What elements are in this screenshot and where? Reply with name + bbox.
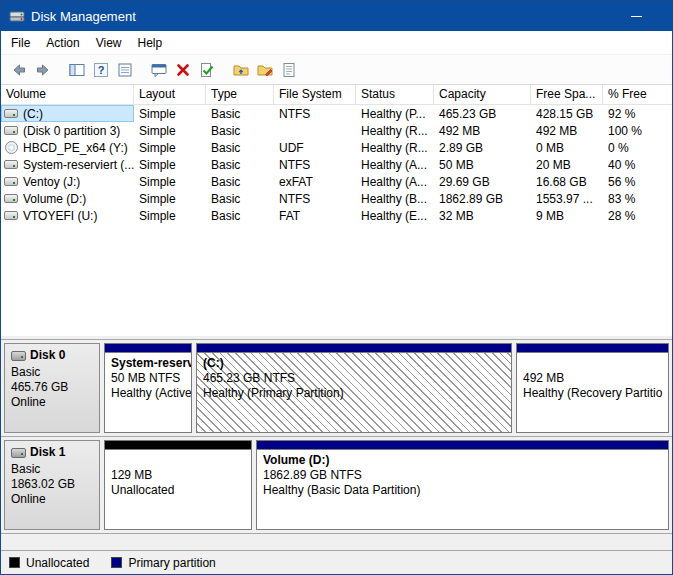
partition-system-reserved[interactable]: System-reserviert 50 MB NTFS Healthy (Ac… (104, 343, 192, 433)
file-system-cell: NTFS (274, 192, 356, 206)
partition-recovery[interactable]: 492 MB Healthy (Recovery Partitio (516, 343, 669, 433)
app-icon (9, 8, 25, 24)
delete-volume-button[interactable] (171, 58, 195, 82)
partition-title: Volume (D:) (263, 453, 662, 468)
disk-1-partitions: 129 MB Unallocated Volume (D:) 1862.89 G… (104, 440, 669, 530)
legend-label: Primary partition (128, 556, 215, 570)
help-button[interactable]: ? (89, 58, 113, 82)
file-system-cell: exFAT (274, 175, 356, 189)
minimize-button[interactable] (614, 1, 658, 31)
partition-size-line: 465.23 GB NTFS (203, 371, 505, 386)
pct-free-cell: 100 % (603, 124, 672, 138)
type-cell: Basic (206, 107, 274, 121)
partition-type-bar (197, 344, 511, 353)
column-header-file-system[interactable]: File System (274, 85, 356, 105)
back-icon (11, 62, 27, 78)
type-cell: Basic (206, 158, 274, 172)
file-system-cell: UDF (274, 141, 356, 155)
partition-d[interactable]: Volume (D:) 1862.89 GB NTFS Healthy (Bas… (256, 440, 669, 530)
type-cell: Basic (206, 141, 274, 155)
partition-type-bar (105, 441, 251, 450)
forward-button[interactable] (31, 58, 55, 82)
mark-partition-active-button[interactable] (195, 58, 219, 82)
layout-cell: Simple (134, 141, 206, 155)
table-row[interactable]: VTOYEFI (U:) Simple Basic FAT Healthy (E… (1, 207, 672, 224)
dialog-icon (151, 62, 167, 78)
drive-icon (4, 124, 19, 137)
change-drive-letter-button[interactable] (229, 58, 253, 82)
partition-title (111, 453, 245, 468)
menu-view[interactable]: View (88, 33, 130, 53)
column-header-status[interactable]: Status (356, 85, 434, 105)
table-row[interactable]: Volume (D:) Simple Basic NTFS Healthy (B… (1, 190, 672, 207)
partition-title: (C:) (203, 356, 505, 371)
capacity-cell: 2.89 GB (434, 141, 531, 155)
properties-icon (281, 62, 297, 78)
column-header-capacity[interactable]: Capacity (434, 85, 531, 105)
table-row[interactable]: Ventoy (J:) Simple Basic exFAT Healthy (… (1, 173, 672, 190)
list-header: Volume Layout Type File System Status Ca… (1, 85, 672, 105)
menu-help[interactable]: Help (130, 33, 171, 53)
disk-icon (11, 448, 26, 458)
pct-free-cell: 0 % (603, 141, 672, 155)
drive-icon (4, 158, 19, 171)
disk-0-header[interactable]: Disk 0 Basic 465.76 GB Online (4, 343, 100, 433)
table-row[interactable]: (Disk 0 partition 3) Simple Basic Health… (1, 122, 672, 139)
disk-name: Disk 1 (30, 445, 65, 460)
capacity-cell: 465.23 GB (434, 107, 531, 121)
volume-cell: Ventoy (J:) (1, 173, 134, 190)
folder-edit-icon (257, 62, 273, 78)
volume-cell: Volume (D:) (1, 190, 134, 207)
drive-icon (4, 192, 19, 205)
menu-action[interactable]: Action (38, 33, 87, 53)
free-space-cell: 0 MB (531, 141, 603, 155)
column-header-free-space[interactable]: Free Spa... (531, 85, 603, 105)
legend-bar: Unallocated Primary partition (1, 550, 672, 574)
pct-free-cell: 83 % (603, 192, 672, 206)
free-space-cell: 20 MB (531, 158, 603, 172)
partition-c[interactable]: (C:) 465.23 GB NTFS Healthy (Primary Par… (196, 343, 512, 433)
file-system-cell: FAT (274, 209, 356, 223)
status-cell: Healthy (B... (356, 192, 434, 206)
action-dialog-button[interactable] (147, 58, 171, 82)
format-button[interactable] (253, 58, 277, 82)
disk-size: 465.76 GB (11, 380, 93, 395)
partition-status-line: Unallocated (111, 483, 245, 498)
partition-size-line: 1862.89 GB NTFS (263, 468, 662, 483)
column-header-type[interactable]: Type (206, 85, 274, 105)
volume-cell: (C:) (1, 105, 134, 122)
partition-size-line: 492 MB (523, 371, 662, 386)
layout-cell: Simple (134, 175, 206, 189)
table-row[interactable]: (C:) Simple Basic NTFS Healthy (P... 465… (1, 105, 672, 122)
free-space-cell: 9 MB (531, 209, 603, 223)
menu-file[interactable]: File (3, 33, 38, 53)
partition-status-line: Healthy (Primary Partition) (203, 386, 505, 401)
column-header-pct-free[interactable]: % Free (603, 85, 672, 105)
type-cell: Basic (206, 124, 274, 138)
partition-type-bar (517, 344, 668, 353)
disk-type: Basic (11, 462, 93, 477)
volume-name: Volume (D:) (23, 192, 86, 206)
delete-icon (175, 62, 191, 78)
layout-cell: Simple (134, 158, 206, 172)
export-list-button[interactable] (113, 58, 137, 82)
table-row[interactable]: System-reserviert (... Simple Basic NTFS… (1, 156, 672, 173)
primary-partition-swatch-icon (111, 557, 122, 568)
table-row[interactable]: HBCD_PE_x64 (Y:) Simple Basic UDF Health… (1, 139, 672, 156)
column-header-layout[interactable]: Layout (134, 85, 206, 105)
volume-name: Ventoy (J:) (23, 175, 80, 189)
properties-button[interactable] (277, 58, 301, 82)
partition-unallocated[interactable]: 129 MB Unallocated (104, 440, 252, 530)
column-header-volume[interactable]: Volume (1, 85, 134, 105)
console-tree-icon (69, 62, 85, 78)
back-button[interactable] (7, 58, 31, 82)
volume-list: Volume Layout Type File System Status Ca… (1, 85, 672, 336)
disk-1-header[interactable]: Disk 1 Basic 1863.02 GB Online (4, 440, 100, 530)
forward-icon (35, 62, 51, 78)
volume-cell: System-reserviert (... (1, 156, 134, 173)
legend-label: Unallocated (26, 556, 89, 570)
show-console-tree-button[interactable] (65, 58, 89, 82)
menu-bar: File Action View Help (1, 31, 672, 55)
layout-cell: Simple (134, 107, 206, 121)
title-bar[interactable]: Disk Management (1, 1, 672, 31)
